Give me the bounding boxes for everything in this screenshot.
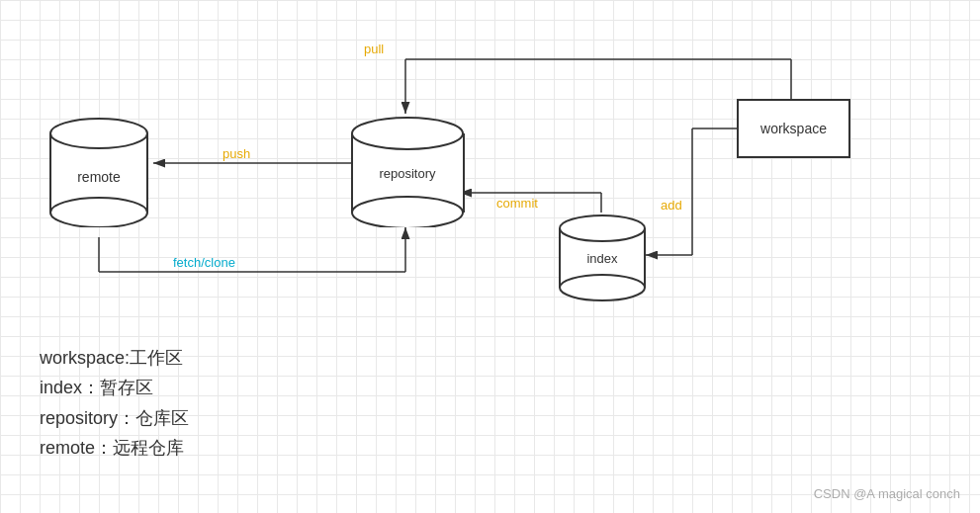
workspace-label: workspace — [760, 121, 827, 136]
add-label: add — [661, 198, 682, 213]
svg-text:remote: remote — [77, 169, 121, 185]
svg-point-18 — [50, 198, 147, 227]
legend-item-index: index：暂存区 — [40, 373, 189, 403]
pull-label: pull — [364, 42, 384, 56]
push-label: push — [223, 146, 250, 161]
watermark: CSDN @A magical conch — [814, 486, 960, 501]
index-node: index — [559, 213, 646, 305]
svg-text:index: index — [586, 251, 618, 266]
repository-node: repository — [351, 114, 465, 231]
workspace-node: workspace — [737, 99, 850, 158]
remote-node: remote — [49, 114, 148, 231]
legend-item-workspace: workspace:工作区 — [40, 343, 189, 374]
svg-point-29 — [560, 215, 645, 241]
svg-point-23 — [352, 118, 463, 149]
svg-text:repository: repository — [379, 166, 436, 181]
diagram-container: remote repository index workspace pull — [0, 0, 980, 513]
legend: workspace:工作区 index：暂存区 repository：仓库区 r… — [40, 343, 189, 464]
legend-item-remote: remote：远程仓库 — [40, 433, 189, 464]
svg-point-30 — [560, 275, 645, 300]
fetch-clone-label: fetch/clone — [173, 255, 235, 270]
svg-point-24 — [352, 197, 463, 227]
commit-label: commit — [496, 196, 538, 211]
svg-point-17 — [50, 119, 147, 148]
legend-item-repository: repository：仓库区 — [40, 403, 189, 434]
